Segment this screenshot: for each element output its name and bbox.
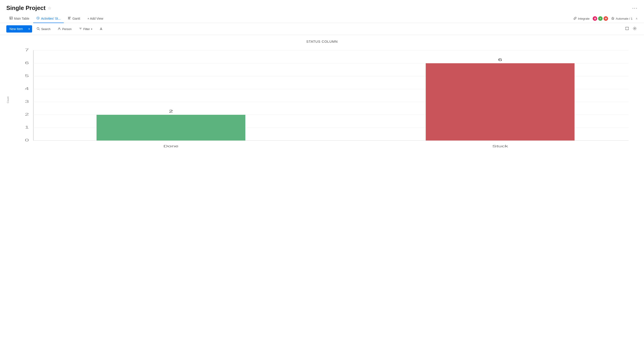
search-button[interactable]: Search <box>34 25 53 32</box>
svg-text:4: 4 <box>25 86 29 91</box>
svg-text:7: 7 <box>25 48 29 52</box>
integration-icons: ✿ + M <box>593 16 608 21</box>
svg-rect-0 <box>10 17 12 19</box>
expand-icon[interactable] <box>624 25 630 32</box>
add-view-tab[interactable]: + Add View <box>84 14 106 22</box>
svg-text:6: 6 <box>498 58 502 62</box>
svg-text:3: 3 <box>25 99 29 103</box>
tab-gantt[interactable]: Gantt <box>65 14 83 23</box>
toolbar: New Item ▾ Search Person <box>0 23 644 35</box>
page-header: Single Project ☆ ··· <box>0 0 644 14</box>
tab-main-table[interactable]: Main Table <box>6 14 32 23</box>
filter-button[interactable]: Filter ▾ <box>76 25 95 32</box>
table-icon <box>10 16 13 20</box>
page-title: Single Project <box>6 4 46 11</box>
add-view-label: + Add View <box>87 17 103 20</box>
svg-text:Stuck: Stuck <box>492 144 508 148</box>
integration-icon-gmail: M <box>604 16 608 21</box>
more-options-icon[interactable]: ··· <box>632 5 638 11</box>
settings-icon[interactable] <box>632 25 638 32</box>
tabs-bar: Main Table Activities' St... Gantt <box>0 14 644 23</box>
download-icon <box>100 27 103 31</box>
svg-text:5: 5 <box>25 74 29 78</box>
gantt-icon <box>68 16 71 20</box>
svg-text:1: 1 <box>25 125 29 129</box>
activities-icon <box>36 16 40 20</box>
new-item-button[interactable]: New Item ▾ <box>6 25 32 32</box>
integrate-button[interactable]: Integrate <box>574 17 590 20</box>
person-icon <box>58 27 61 31</box>
svg-text:0: 0 <box>25 138 29 142</box>
person-button[interactable]: Person <box>55 25 74 32</box>
tab-main-table-label: Main Table <box>14 17 29 20</box>
search-label: Search <box>41 27 50 31</box>
svg-text:2: 2 <box>169 109 173 113</box>
svg-point-14 <box>634 28 636 29</box>
toolbar-left: New Item ▾ Search Person <box>6 25 105 32</box>
tab-activities[interactable]: Activities' St... <box>33 14 64 23</box>
search-icon <box>37 27 40 31</box>
link-icon <box>574 17 576 20</box>
person-label: Person <box>62 27 72 31</box>
integration-icon-green: + <box>598 16 602 21</box>
automate-button[interactable]: Automate / 1 <box>611 17 632 20</box>
chart-title: STATUS COLUMN <box>6 39 638 43</box>
star-icon[interactable]: ☆ <box>48 6 51 11</box>
filter-icon <box>79 27 82 31</box>
svg-rect-6 <box>68 18 70 18</box>
svg-rect-7 <box>68 19 70 19</box>
y-axis-label: Count <box>6 96 9 103</box>
bar-chart: 0 1 2 3 4 5 6 7 2 D <box>6 48 638 152</box>
bar-stuck <box>426 63 574 141</box>
filter-chevron-icon: ▾ <box>91 28 92 30</box>
header-left: Single Project ☆ <box>6 4 51 11</box>
download-button[interactable] <box>97 25 105 32</box>
bar-done <box>96 115 245 141</box>
tabs-right: Integrate ✿ + M Automate / 1 ∧ <box>574 16 638 21</box>
new-item-dropdown-icon[interactable]: ▾ <box>26 26 32 32</box>
filter-label: Filter <box>84 27 90 31</box>
tab-gantt-label: Gantt <box>72 17 80 20</box>
automate-label: Automate / 1 <box>616 17 632 20</box>
tabs-left: Main Table Activities' St... Gantt <box>6 14 106 23</box>
toolbar-right <box>624 25 638 32</box>
collapse-icon[interactable]: ∧ <box>636 17 638 20</box>
automate-icon <box>611 17 614 20</box>
svg-text:6: 6 <box>25 61 29 65</box>
chart-area: STATUS COLUMN Count 0 1 2 3 4 5 <box>0 35 644 156</box>
integrate-label: Integrate <box>578 17 590 20</box>
svg-text:2: 2 <box>25 112 29 116</box>
svg-line-9 <box>39 29 40 30</box>
integration-icon-pink: ✿ <box>593 16 597 21</box>
chart-container: Count 0 1 2 3 4 5 6 <box>6 48 638 152</box>
tab-activities-label: Activities' St... <box>41 17 60 20</box>
new-item-label: New Item <box>6 25 26 32</box>
svg-text:Done: Done <box>164 144 179 148</box>
svg-rect-5 <box>68 17 71 17</box>
